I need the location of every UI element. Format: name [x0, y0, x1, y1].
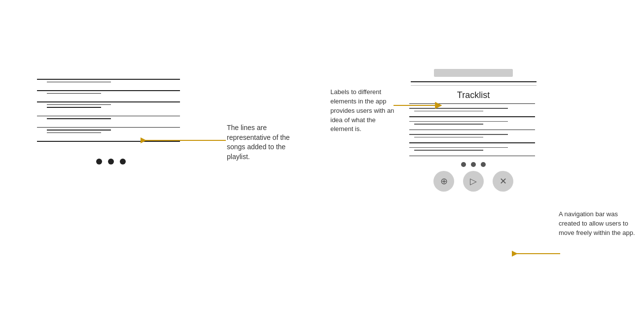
song-item [37, 116, 185, 119]
right-line-long [409, 134, 508, 135]
label-annotation-text: Labels to different elements in the app … [330, 88, 394, 134]
song-item [37, 90, 185, 94]
plus-icon: ⊕ [440, 176, 448, 187]
top-bar-area [409, 69, 537, 87]
tracklist-title: Tracklist [409, 90, 537, 100]
right-dot-2 [471, 162, 476, 167]
nav-annotation-label: A navigation bar was created to allow us… [559, 210, 635, 236]
right-line-long [409, 121, 508, 122]
nav-annotation-text: A navigation bar was created to allow us… [559, 210, 635, 238]
song-line-long [37, 101, 180, 102]
close-icon-button[interactable]: ✕ [493, 171, 513, 192]
right-line-med [414, 111, 483, 112]
play-icon-button[interactable]: ▷ [463, 171, 484, 192]
divider-song [409, 130, 535, 131]
label-arrow-icon [394, 102, 443, 109]
right-line-med [414, 150, 483, 151]
close-icon: ✕ [500, 176, 507, 187]
nav-arrow-icon [512, 250, 561, 257]
song-line-medium [47, 130, 111, 131]
divider-light [411, 85, 537, 86]
song-item [37, 101, 185, 108]
song-line-medium [47, 104, 111, 105]
right-song-item [409, 134, 537, 137]
top-title-bar [434, 69, 513, 77]
right-phone-mockup: Tracklist [409, 69, 537, 246]
song-line-long [37, 79, 180, 80]
song-line-long [37, 127, 180, 128]
right-song-item [409, 121, 537, 125]
dot-1 [96, 159, 102, 165]
divider-top [411, 81, 537, 82]
song-line-medium [47, 82, 111, 83]
left-annotation-label: The lines are representative of the song… [227, 124, 290, 161]
play-icon: ▷ [470, 176, 477, 187]
right-song-item [409, 147, 537, 151]
label-annotation-label: Labels to different elements in the app … [330, 88, 394, 132]
right-pagination-dots [409, 162, 537, 167]
song-line-long [37, 90, 180, 91]
divider-song [409, 142, 535, 143]
dot-3 [120, 159, 126, 165]
right-dot-1 [461, 162, 466, 167]
dot-2 [108, 159, 114, 165]
song-line-short [47, 93, 101, 94]
right-line-long [409, 147, 508, 148]
right-song-list [409, 108, 537, 156]
left-annotation-text: The lines are representative of the song… [227, 123, 296, 162]
pagination-dots [37, 159, 185, 165]
left-arrow-icon [141, 136, 227, 145]
song-line-long [37, 116, 180, 117]
right-dot-3 [481, 162, 486, 167]
right-phone-inner: Tracklist [409, 69, 537, 192]
song-item [37, 79, 185, 82]
nav-icons-row: ⊕ ▷ ✕ [409, 171, 537, 192]
divider-song [409, 116, 535, 117]
song-line-short [47, 132, 101, 133]
song-line-medium [47, 118, 111, 119]
add-icon-button[interactable]: ⊕ [433, 171, 454, 192]
song-line-short [47, 107, 101, 108]
right-line-med [414, 124, 483, 125]
left-phone-mockup [37, 79, 185, 236]
song-item [37, 127, 185, 133]
divider-bottom [409, 156, 535, 157]
right-line-med [414, 137, 483, 138]
